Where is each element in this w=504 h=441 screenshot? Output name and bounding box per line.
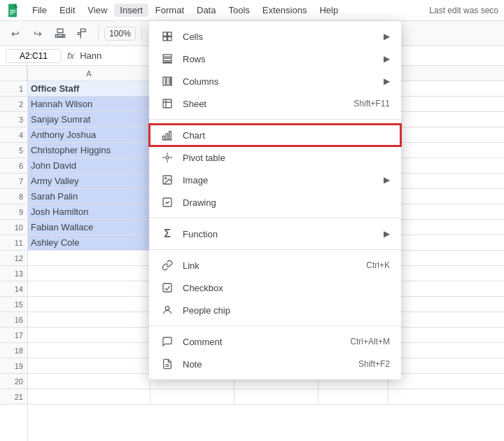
svg-rect-26 <box>163 284 172 292</box>
row-num-20[interactable]: 20 <box>0 374 27 389</box>
table-row <box>28 389 504 405</box>
people-chip-icon <box>160 303 174 317</box>
cell-c21[interactable] <box>234 389 318 404</box>
svg-rect-18 <box>162 136 164 139</box>
redo-button[interactable]: ↪ <box>28 24 48 43</box>
row-num-2[interactable]: 2 <box>0 97 27 112</box>
cells-arrow: ▶ <box>384 31 390 41</box>
row-num-16[interactable]: 16 <box>0 312 27 328</box>
svg-rect-2 <box>10 10 15 10</box>
row-num-4[interactable]: 4 <box>0 127 27 143</box>
cell-a18[interactable] <box>28 343 150 358</box>
insert-menu: Cells ▶ Rows ▶ Columns ▶ Sheet Shift+F11… <box>149 21 401 379</box>
format-painter-button[interactable] <box>73 24 92 43</box>
cell-a1[interactable]: Office Staff <box>28 81 150 96</box>
cell-a7[interactable]: Army Valley <box>28 174 150 188</box>
cell-a9[interactable]: Josh Hamilton <box>28 204 150 219</box>
row-num-21[interactable]: 21 <box>0 389 27 405</box>
menu-option-chart[interactable]: Chart <box>149 124 401 146</box>
cell-a15[interactable] <box>28 297 150 312</box>
row-num-3[interactable]: 3 <box>0 112 27 127</box>
cell-a5[interactable]: Christopher Higgins <box>28 143 150 158</box>
cell-a19[interactable] <box>28 358 150 373</box>
row-num-1[interactable]: 1 <box>0 81 27 97</box>
menu-divider-3 <box>149 249 401 250</box>
print-button[interactable] <box>50 24 70 43</box>
menu-insert[interactable]: Insert <box>114 4 148 17</box>
function-label: Function <box>183 229 378 239</box>
row-num-14[interactable]: 14 <box>0 281 27 297</box>
last-edit-text: Last edit was seco <box>429 6 498 15</box>
svg-rect-9 <box>163 37 167 41</box>
menu-file[interactable]: File <box>27 4 52 17</box>
cell-a21[interactable] <box>28 389 150 404</box>
menu-option-sheet[interactable]: Sheet Shift+F11 <box>149 92 401 115</box>
cell-a13[interactable] <box>28 266 150 281</box>
svg-rect-16 <box>171 77 172 85</box>
pivot-icon <box>160 150 174 164</box>
cell-a16[interactable] <box>28 312 150 327</box>
col-header-a[interactable]: A <box>28 66 150 80</box>
menu-option-checkbox[interactable]: Checkbox <box>149 276 401 299</box>
row-num-6[interactable]: 6 <box>0 158 27 174</box>
row-num-18[interactable]: 18 <box>0 343 27 358</box>
cell-a20[interactable] <box>28 374 150 388</box>
row-num-9[interactable]: 9 <box>0 204 27 220</box>
svg-point-6 <box>62 35 63 36</box>
sheets-logo <box>6 4 20 18</box>
menu-option-columns[interactable]: Columns ▶ <box>149 70 401 92</box>
menu-option-pivot-table[interactable]: Pivot table <box>149 146 401 169</box>
menu-extensions[interactable]: Extensions <box>257 4 313 17</box>
cell-a10[interactable]: Fabian Wallace <box>28 220 150 234</box>
corner-header <box>0 66 27 81</box>
cell-a11[interactable]: Ashley Cole <box>28 235 150 250</box>
fx-label: fx <box>67 50 74 61</box>
row-num-7[interactable]: 7 <box>0 174 27 189</box>
menu-format[interactable]: Format <box>150 4 190 17</box>
svg-rect-8 <box>168 32 172 36</box>
menu-option-comment[interactable]: Comment Ctrl+Alt+M <box>149 330 401 353</box>
cell-a8[interactable]: Sarah Palin <box>28 189 150 204</box>
menu-data[interactable]: Data <box>191 4 221 17</box>
row-num-19[interactable]: 19 <box>0 358 27 374</box>
menu-tools[interactable]: Tools <box>223 4 255 17</box>
cell-a4[interactable]: Anthony Joshua <box>28 127 150 142</box>
menu-help[interactable]: Help <box>314 4 344 17</box>
menu-option-people-chip[interactable]: People chip <box>149 299 401 321</box>
row-num-17[interactable]: 17 <box>0 328 27 343</box>
menu-edit[interactable]: Edit <box>54 4 80 17</box>
image-arrow: ▶ <box>384 175 390 185</box>
cell-d21[interactable] <box>318 389 388 404</box>
menu-option-drawing[interactable]: Drawing <box>149 191 401 214</box>
row-num-13[interactable]: 13 <box>0 266 27 281</box>
undo-button[interactable]: ↩ <box>6 24 25 43</box>
cell-reference[interactable]: A2:C11 <box>6 49 62 63</box>
rows-arrow: ▶ <box>384 54 390 64</box>
cell-b21[interactable] <box>150 389 234 404</box>
menu-option-cells[interactable]: Cells ▶ <box>149 25 401 48</box>
cell-a12[interactable] <box>28 251 150 265</box>
menu-option-image[interactable]: Image ▶ <box>149 169 401 191</box>
chart-label: Chart <box>183 130 390 141</box>
menu-option-note[interactable]: Note Shift+F2 <box>149 353 401 375</box>
row-num-10[interactable]: 10 <box>0 220 27 235</box>
cell-a6[interactable]: John David <box>28 158 150 173</box>
row-num-8[interactable]: 8 <box>0 189 27 204</box>
row-num-15[interactable]: 15 <box>0 297 27 312</box>
row-num-12[interactable]: 12 <box>0 251 27 266</box>
menu-option-link[interactable]: Link Ctrl+K <box>149 254 401 276</box>
rows-icon <box>160 52 174 66</box>
checkbox-icon <box>160 281 174 295</box>
row-num-11[interactable]: 11 <box>0 235 27 251</box>
cell-a17[interactable] <box>28 328 150 342</box>
menu-option-rows[interactable]: Rows ▶ <box>149 48 401 70</box>
cell-a3[interactable]: Sanjay Sumrat <box>28 112 150 127</box>
cell-a2[interactable]: Hannah Wilson <box>28 97 150 111</box>
people-chip-label: People chip <box>183 305 390 316</box>
row-num-5[interactable]: 5 <box>0 143 27 158</box>
zoom-selector[interactable]: 100% <box>104 27 136 41</box>
menu-option-function[interactable]: Σ Function ▶ <box>149 223 401 245</box>
cell-a14[interactable] <box>28 281 150 296</box>
menu-view[interactable]: View <box>82 4 113 17</box>
svg-point-27 <box>165 307 169 310</box>
